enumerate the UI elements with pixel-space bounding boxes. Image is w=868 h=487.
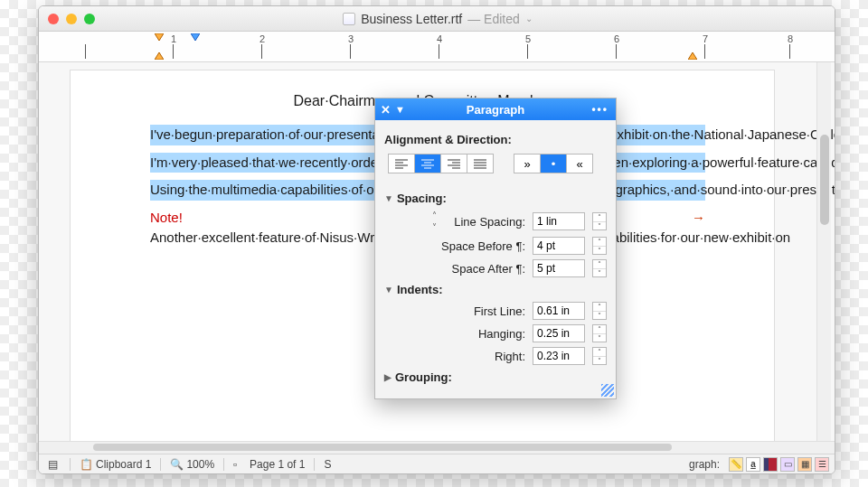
clipboard-indicator[interactable]: 📋 Clipboard 1 [76,458,155,471]
indent-marker-hanging-top[interactable] [155,33,164,42]
space-before-label: Space Before ¶: [441,239,525,253]
palette-title-text: Paragraph [467,103,524,117]
direction-auto-button[interactable]: • [540,154,567,173]
ruler-label: 8 [788,33,793,44]
ruler-label: 3 [348,33,354,44]
close-button[interactable] [48,14,59,24]
svg-marker-1 [155,52,164,60]
align-justify-button[interactable] [467,154,494,173]
first-line-label: First Line: [474,304,525,318]
horizontal-scrollbar[interactable] [39,441,835,454]
page-icon: ▫ [233,458,246,471]
ruler-label: 6 [614,33,619,44]
palette-collapse-icon[interactable]: ▼ [395,104,405,115]
statusbar: ▤ 📋 Clipboard 1 🔍 100% ▫ Page 1 of 1 S g… [39,454,835,473]
zoom-indicator[interactable]: 🔍 100% [166,458,218,471]
first-line-stepper[interactable]: ˄˅ [592,302,607,320]
line-spacing-stepper[interactable]: ˄˅ [592,212,607,230]
statusbar-right-label: graph: [685,458,723,471]
right-indent-label: Right: [495,350,525,363]
svg-marker-2 [155,33,164,41]
note-label: Note! [150,210,183,225]
ruler[interactable]: 1 2 3 4 5 6 7 8 ↹ [39,32,835,62]
right-indent-field[interactable] [533,347,585,365]
window-title[interactable]: Business Letter.rtf — Edited ⌄ [95,12,780,26]
palette-more-button[interactable]: ••• [591,103,609,116]
clipboard-icon: 📋 [80,458,92,471]
indents-section-header[interactable]: ▼Indents: [384,283,607,296]
minimize-button[interactable] [66,14,77,24]
palette-resize-grip[interactable] [601,384,614,397]
align-right-button[interactable] [440,154,467,173]
palette-titlebar[interactable]: ✕ ▼ Paragraph ••• [375,98,616,120]
window-edited-suffix: — Edited [467,12,520,26]
scrollbar-thumb[interactable] [820,135,829,225]
vertical-scrollbar[interactable] [816,62,831,442]
first-line-field[interactable] [533,302,585,320]
space-before-stepper[interactable]: ˄˅ [592,237,607,255]
right-indent-stepper[interactable]: ˄˅ [592,347,607,365]
statusbar-chips: 📏 a ▭ ▦ ☰ [729,457,829,472]
indent-marker-right[interactable] [688,51,697,60]
list-chip[interactable]: ☰ [815,457,829,472]
align-center-button[interactable] [414,154,441,173]
zoom-button[interactable] [84,14,95,24]
direction-segmented-control[interactable]: » • « [514,154,593,173]
hanging-field[interactable] [533,324,585,342]
direction-ltr-button[interactable]: » [514,154,541,173]
draft-view-button[interactable]: ▤ [44,458,64,471]
svg-marker-0 [191,33,200,41]
arrow-icon: → [692,210,705,225]
line-spacing-field[interactable] [533,212,585,230]
ruler-label: 1 [171,33,176,44]
hanging-label: Hanging: [478,327,525,341]
window-filename: Business Letter.rtf [361,12,462,26]
magnifier-icon: 🔍 [170,458,183,471]
palette-close-button[interactable]: ✕ [381,103,391,117]
scrollbar-thumb[interactable] [93,444,672,451]
align-left-button[interactable] [388,154,415,173]
space-after-label: Space After ¶: [452,262,525,276]
section-chip[interactable]: ▭ [780,457,795,472]
traffic-lights [48,14,95,24]
ruler-label: 2 [259,33,265,44]
hanging-stepper[interactable]: ˄˅ [592,324,607,342]
underline-chip[interactable]: a [746,457,760,472]
ruler-chip[interactable]: 📏 [729,457,743,472]
alignment-segmented-control[interactable] [388,154,494,173]
alignment-section-header: Alignment & Direction: [384,133,607,146]
document-icon [343,13,355,25]
line-spacing-label: Line Spacing: [454,215,525,229]
grouping-section-header[interactable]: ▶Grouping: [384,370,607,384]
svg-marker-3 [688,52,697,60]
section-indicator[interactable]: S [320,458,335,471]
sort-stepper-icon[interactable]: ˄˅ [427,211,441,232]
indent-marker-left[interactable] [155,51,164,60]
titlebar: Business Letter.rtf — Edited ⌄ [39,6,835,32]
page-indicator[interactable]: ▫ Page 1 of 1 [230,458,308,471]
space-before-field[interactable] [533,237,585,255]
space-after-stepper[interactable]: ˄˅ [592,259,607,277]
ruler-label: 4 [437,33,442,44]
spacing-section-header[interactable]: ▼Spacing: [384,192,607,205]
space-after-field[interactable] [533,259,585,277]
language-flag-chip[interactable] [763,457,778,472]
ruler-label: 7 [703,33,708,44]
paragraph-palette: ✕ ▼ Paragraph ••• Alignment & Direction:… [374,98,617,399]
chevron-down-icon[interactable]: ⌄ [525,14,533,23]
grid-chip[interactable]: ▦ [797,457,812,472]
direction-rtl-button[interactable]: « [566,154,593,173]
ruler-label: 5 [525,33,531,44]
indent-marker-first-line[interactable] [191,33,200,42]
